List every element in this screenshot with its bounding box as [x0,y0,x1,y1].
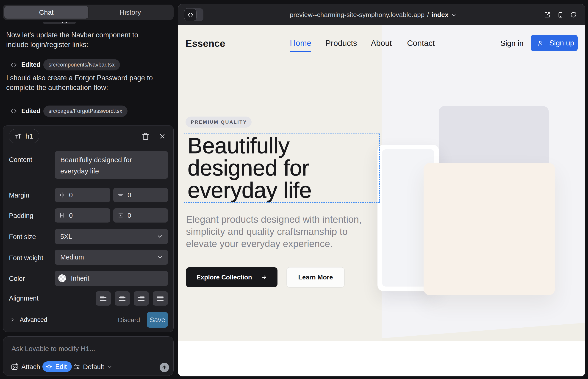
assistant-message: Now let's update the Navbar component to… [6,30,155,49]
preview-toolbar: preview--charming-site-symphony.lovable.… [178,4,585,25]
align-right-icon [137,295,145,302]
open-external-icon[interactable] [544,12,550,18]
site-logo[interactable]: Essence [186,38,225,49]
explore-collection-button[interactable]: Explore Collection [186,267,278,287]
nav-home[interactable]: Home [290,39,311,47]
nav-about[interactable]: About [371,39,392,47]
nav-products[interactable]: Products [325,39,357,47]
delete-element-button[interactable] [140,131,150,141]
advanced-toggle[interactable]: Advanced [10,312,47,328]
content-input[interactable]: Beautifully designed for everyday life [55,151,168,179]
margin-y-input[interactable]: 0 [113,188,168,202]
mobile-view-icon[interactable] [557,12,563,18]
align-left-button[interactable] [96,291,111,306]
align-center-button[interactable] [115,291,130,306]
model-label: Default [83,363,104,371]
arrow-right-icon [261,274,267,281]
chevron-down-icon [107,364,113,370]
content-text: Beautifully designed for everyday life [60,154,141,177]
tab-chat[interactable]: Chat [4,6,88,19]
element-tag-name: h1 [25,132,33,140]
premium-quality-badge: PREMIUM QUALITY [186,117,252,127]
code-icon [11,108,17,114]
padding-horizontal-icon [59,212,65,219]
align-center-icon [118,295,126,302]
content-label: Content [9,156,32,164]
sign-up-button[interactable]: Sign up [531,35,578,51]
padding-y-input[interactable]: 0 [113,208,168,222]
chat-composer: Ask Lovable to modify H1... Attach Edit … [3,336,174,376]
element-editor-panel: h1 Content Beautifully designed for ever… [3,126,174,332]
hero-paragraph-line: Elegant products designed with intention… [186,213,362,225]
hero-paragraph-line: elevate your everyday experience. [186,238,362,250]
edited-file-row: Edited src/components/Navbar.tsx [6,59,120,70]
padding-x-input[interactable]: 0 [55,208,110,222]
margin-horizontal-icon [59,192,65,198]
send-button[interactable] [160,363,169,372]
chevron-right-icon [10,317,15,323]
edited-file-row: Edited src/pages/ForgotPassword.tsx [6,106,127,117]
alignment-group [96,291,168,306]
preview-url[interactable]: preview--charming-site-symphony.lovable.… [178,4,568,25]
padding-vertical-icon [117,212,124,219]
decor-card-beige [424,163,555,295]
color-select[interactable]: Inherit [55,271,168,286]
composer-input[interactable]: Ask Lovable to modify H1... [12,345,163,353]
type-icon [15,133,22,140]
hero-paragraph-line: simplicity and quality craftsmanship to [186,225,362,238]
chat-scroll-area[interactable]: Now let's update the Navbar component to… [3,22,174,126]
attach-button[interactable]: Attach [11,360,40,373]
color-value: Inherit [71,275,90,282]
chat-history-tabs: Chat History [3,5,174,20]
font-size-value: 5XL [60,233,72,240]
trash-icon [142,133,149,140]
margin-y-value: 0 [127,191,131,199]
chevron-down-icon [156,233,163,240]
save-button[interactable]: Save [147,312,168,328]
margin-x-value: 0 [69,191,73,199]
chevron-down-icon [451,12,457,18]
transparency-swatch-icon [58,274,66,283]
tab-history[interactable]: History [88,6,172,19]
lovable-workspace: Chat History Now let's update the Navbar… [0,0,588,379]
edited-label: Edited [21,108,40,115]
margin-label: Margin [9,191,29,199]
align-left-icon [99,295,107,302]
learn-more-button[interactable]: Learn More [286,267,345,288]
font-size-label: Font size [9,233,36,241]
preview-window: preview--charming-site-symphony.lovable.… [178,4,585,376]
arrow-up-icon [162,365,167,370]
alignment-label: Alignment [9,295,39,302]
explore-collection-label: Explore Collection [196,274,252,281]
site-canvas: Essence Home Products About Contact Sign… [178,25,585,376]
selection-outline [184,134,380,203]
align-right-button[interactable] [134,291,149,306]
edit-mode-button[interactable]: Edit [42,361,72,372]
align-justify-icon [156,295,164,302]
file-chip[interactable]: src/components/Navbar.tsx [43,59,120,70]
sliders-icon [73,363,80,370]
model-selector[interactable]: Default [73,360,113,373]
element-tag-pill[interactable]: h1 [9,129,39,143]
font-weight-label: Font weight [9,254,43,262]
url-divider: / [427,11,429,19]
scrolled-chip [42,22,76,24]
color-label: Color [9,275,25,283]
composer-toolbar: Attach Edit Default [3,360,174,373]
user-icon [537,40,543,46]
close-editor-button[interactable] [157,131,167,141]
file-chip[interactable]: src/pages/ForgotPassword.tsx [43,106,128,117]
font-weight-select[interactable]: Medium [55,250,168,265]
align-justify-button[interactable] [153,291,168,306]
code-icon [11,62,17,68]
margin-x-input[interactable]: 0 [55,188,110,202]
nav-contact[interactable]: Contact [407,39,435,47]
hero-paragraph: Elegant products designed with intention… [186,213,362,250]
edit-label: Edit [55,363,67,371]
margin-vertical-icon [117,192,124,198]
refresh-icon[interactable] [570,12,576,18]
discard-button[interactable]: Discard [113,312,145,328]
close-icon [159,133,166,140]
font-size-select[interactable]: 5XL [55,229,168,244]
sign-in-link[interactable]: Sign in [500,39,524,47]
